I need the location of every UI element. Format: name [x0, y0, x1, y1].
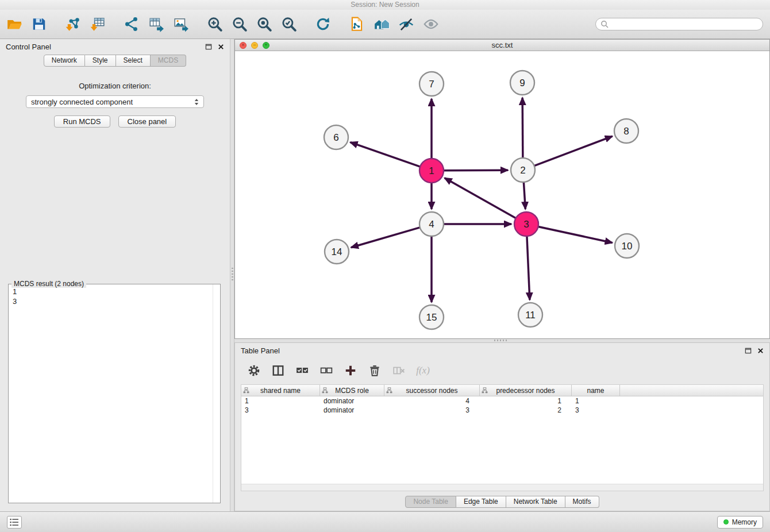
- add-row-button[interactable]: [343, 363, 358, 378]
- export-image-button[interactable]: [171, 14, 191, 34]
- edge-3-10[interactable]: [538, 226, 613, 242]
- tab-mcds[interactable]: MCDS: [151, 55, 186, 67]
- cell-successor-nodes: 4: [384, 396, 480, 406]
- vertical-splitter[interactable]: [230, 39, 234, 511]
- column-header-predecessor-nodes[interactable]: predecessor nodes: [480, 385, 572, 396]
- control-panel-float-icon[interactable]: [205, 43, 212, 50]
- graph-node-4[interactable]: 4: [419, 212, 444, 236]
- network-canvas[interactable]: 7968124314101511: [235, 51, 769, 338]
- graph-node-6[interactable]: 6: [324, 125, 348, 149]
- deselect-all-columns-button[interactable]: [319, 363, 334, 378]
- toolbar-group: [313, 14, 333, 34]
- tab-select[interactable]: Select: [116, 55, 151, 67]
- column-type-icon: [322, 387, 328, 394]
- table-panel-float-icon[interactable]: [745, 347, 752, 354]
- new-network-button[interactable]: [122, 14, 141, 34]
- zoom-out-button[interactable]: [230, 14, 249, 34]
- tab-style[interactable]: Style: [85, 55, 116, 67]
- graph-node-7[interactable]: 7: [419, 72, 444, 96]
- table-row[interactable]: 1dominator411: [241, 396, 763, 406]
- zoom-fit-button[interactable]: [255, 14, 274, 34]
- edge-4-14[interactable]: [351, 228, 420, 248]
- graph-node-15[interactable]: 15: [419, 305, 444, 329]
- open-file-button[interactable]: [5, 14, 24, 34]
- zoom-selected-button[interactable]: [279, 14, 299, 34]
- edge-2-3[interactable]: [523, 182, 525, 209]
- mcds-actions: Run MCDS Close panel: [0, 115, 230, 128]
- cell-successor-nodes: 3: [384, 406, 480, 415]
- memory-button[interactable]: Memory: [717, 516, 763, 529]
- toolbar-icon-groups: [5, 14, 455, 34]
- export-table-button[interactable]: [147, 14, 166, 34]
- tab-motifs[interactable]: Motifs: [565, 496, 599, 508]
- graph-node-8[interactable]: 8: [614, 119, 638, 143]
- status-bar: Memory: [0, 511, 770, 532]
- edge-1-2[interactable]: [444, 170, 508, 171]
- delete-row-button[interactable]: [367, 363, 382, 378]
- graph-node-10[interactable]: 10: [615, 234, 639, 258]
- edge-1-6[interactable]: [351, 142, 421, 167]
- select-all-columns-button[interactable]: [295, 363, 310, 378]
- svg-text:3: 3: [523, 219, 529, 230]
- cell-mcds-role: dominator: [320, 396, 384, 406]
- column-label: predecessor nodes: [496, 387, 555, 395]
- edge-2-8[interactable]: [534, 136, 613, 165]
- horizontal-scrollbar-track[interactable]: [241, 484, 763, 491]
- graph-node-2[interactable]: 2: [511, 158, 535, 182]
- show-columns-button[interactable]: [271, 363, 286, 378]
- hide-panel-eye-button[interactable]: [421, 14, 441, 34]
- tab-network[interactable]: Network: [44, 55, 85, 67]
- mcds-result-item: 3: [13, 296, 216, 306]
- tab-edge-table[interactable]: Edge Table: [456, 496, 506, 508]
- zoom-in-button[interactable]: [205, 14, 225, 34]
- table-row[interactable]: 3dominator323: [241, 406, 763, 415]
- optimization-criterion-dropdown[interactable]: strongly connected component: [26, 95, 204, 108]
- column-label: successor nodes: [406, 387, 457, 395]
- column-header-name[interactable]: name: [572, 385, 620, 396]
- graph-node-11[interactable]: 11: [518, 303, 542, 327]
- column-header-shared-name[interactable]: shared name: [241, 385, 320, 396]
- import-table-from-file-button[interactable]: [88, 14, 107, 34]
- result-scrollbar-track[interactable]: [213, 284, 220, 503]
- task-history-button[interactable]: [7, 516, 22, 529]
- tab-network-table[interactable]: Network Table: [506, 496, 565, 508]
- graph-node-14[interactable]: 14: [325, 240, 349, 264]
- cell-mcds-role: dominator: [320, 406, 384, 415]
- column-header-successor-nodes[interactable]: successor nodes: [384, 385, 480, 396]
- network-window-titlebar[interactable]: × − + scc.txt: [235, 40, 769, 51]
- graph-node-9[interactable]: 9: [510, 71, 534, 95]
- save-session-icon: [31, 16, 47, 32]
- window-minimize-button[interactable]: −: [251, 42, 258, 49]
- window-maximize-button[interactable]: +: [263, 42, 270, 49]
- layout-home-button[interactable]: [372, 14, 391, 34]
- table-settings-button[interactable]: [247, 363, 261, 378]
- tab-node-table[interactable]: Node Table: [405, 496, 456, 508]
- table-panel-close-icon[interactable]: [757, 348, 764, 354]
- dropdown-arrows-icon: [194, 98, 199, 106]
- graph-node-3[interactable]: 3: [514, 212, 538, 236]
- edge-3-11[interactable]: [527, 236, 530, 300]
- network-view-window: × − + scc.txt 7968124314101511: [234, 39, 770, 339]
- node-table-grid: shared nameMCDS rolesuccessor nodesprede…: [241, 384, 764, 491]
- search-input[interactable]: [611, 20, 758, 28]
- edge-2-9[interactable]: [522, 98, 523, 158]
- mcds-result-label: MCDS result (2 nodes): [11, 280, 86, 288]
- save-session-button[interactable]: [29, 14, 49, 34]
- search-icon: [600, 20, 609, 28]
- refresh-view-button[interactable]: [313, 14, 333, 34]
- import-network-from-file-button[interactable]: [63, 14, 83, 34]
- style-preview-button[interactable]: [396, 14, 416, 34]
- clone-network-button[interactable]: [347, 14, 367, 34]
- window-close-button[interactable]: ×: [240, 42, 247, 49]
- table-body: 1dominator4113dominator323: [241, 396, 763, 484]
- close-panel-button[interactable]: Close panel: [118, 115, 176, 128]
- mcds-result-list[interactable]: 13: [9, 284, 220, 309]
- clone-network-icon: [349, 16, 365, 32]
- control-panel-close-icon[interactable]: [218, 44, 224, 50]
- edge-3-1[interactable]: [445, 178, 516, 218]
- run-mcds-button[interactable]: Run MCDS: [54, 115, 110, 128]
- search-box[interactable]: [595, 18, 763, 30]
- cell-shared-name: 1: [241, 396, 320, 406]
- graph-node-1[interactable]: 1: [419, 159, 444, 183]
- column-header-mcds-role[interactable]: MCDS role: [320, 385, 384, 396]
